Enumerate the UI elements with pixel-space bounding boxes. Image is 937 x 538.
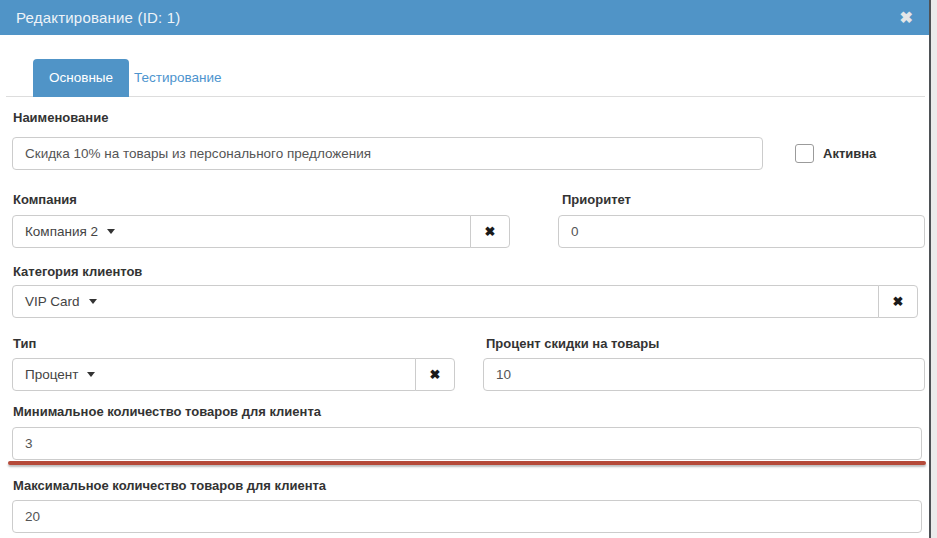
type-select-value: Процент (25, 367, 78, 382)
modal-title: Редактирование (ID: 1) (16, 0, 181, 35)
client-category-select[interactable]: VIP Card (12, 285, 879, 318)
type-label: Тип (13, 336, 36, 352)
red-underline-annotation (8, 461, 926, 465)
type-select[interactable]: Процент (12, 358, 416, 391)
client-category-label: Категория клиентов (13, 264, 142, 280)
min-goods-input[interactable] (12, 427, 922, 460)
tab-bar: Основные Тестирование (6, 58, 925, 97)
max-goods-input[interactable] (12, 500, 922, 533)
chevron-down-icon (107, 229, 115, 234)
page-background-strip (931, 0, 937, 538)
priority-input[interactable] (558, 215, 925, 248)
active-checkbox-label: Активна (823, 146, 876, 162)
company-clear-button[interactable]: ✖ (470, 215, 510, 248)
edit-modal: Редактирование (ID: 1) ✖ Основные Тестир… (0, 0, 937, 538)
min-goods-label: Минимальное количество товаров для клиен… (13, 404, 321, 420)
priority-label: Приоритет (562, 192, 631, 208)
name-input[interactable] (12, 137, 763, 170)
chevron-down-icon (87, 372, 95, 377)
close-icon[interactable]: ✖ (900, 0, 913, 35)
name-label: Наименование (13, 110, 108, 126)
company-select[interactable]: Компания 2 (12, 215, 471, 248)
type-clear-button[interactable]: ✖ (415, 358, 455, 391)
discount-percent-input[interactable] (483, 358, 925, 391)
tab-main[interactable]: Основные (33, 59, 129, 97)
max-goods-label: Максимальное количество товаров для клие… (13, 478, 326, 494)
active-checkbox[interactable] (795, 144, 814, 163)
company-select-value: Компания 2 (25, 224, 98, 239)
chevron-down-icon (89, 299, 97, 304)
modal-header: Редактирование (ID: 1) ✖ (0, 0, 929, 35)
client-category-select-value: VIP Card (25, 294, 80, 309)
company-label: Компания (13, 192, 77, 208)
client-category-clear-button[interactable]: ✖ (878, 285, 918, 318)
tab-testing[interactable]: Тестирование (118, 59, 238, 97)
discount-percent-label: Процент скидки на товары (486, 336, 659, 352)
